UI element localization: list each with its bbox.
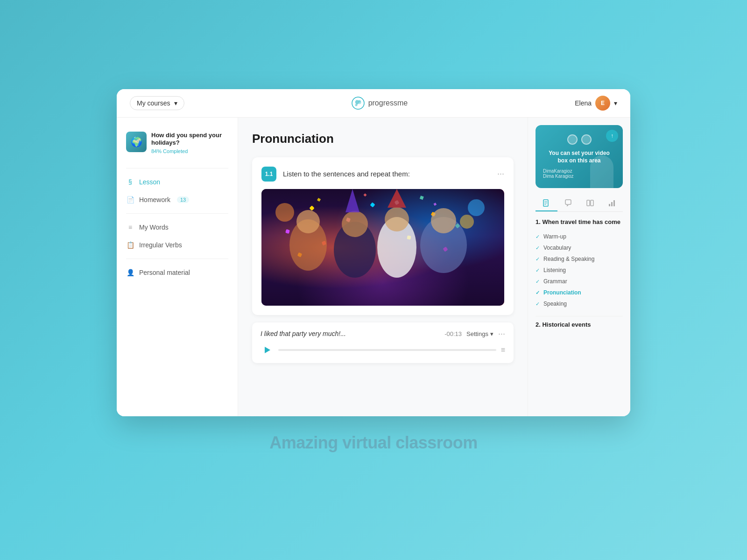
lesson-item-vocab[interactable]: ✓ Vocabulary bbox=[536, 242, 623, 253]
audio-progress-track[interactable] bbox=[278, 349, 496, 351]
exercise-instruction: Listen to the sentences and repeat them: bbox=[283, 170, 491, 178]
user-chevron-icon: ▾ bbox=[614, 99, 617, 107]
check-icon: ✓ bbox=[536, 290, 540, 296]
course-progress: 84% Completed bbox=[151, 148, 228, 154]
tab-doc[interactable] bbox=[536, 196, 557, 211]
personal-material-icon: 👤 bbox=[126, 268, 134, 277]
check-icon: ✓ bbox=[536, 267, 540, 273]
lesson-item-warmup[interactable]: ✓ Warm-up bbox=[536, 231, 623, 242]
irregular-verbs-icon: 📋 bbox=[126, 241, 134, 249]
tagline: Amazing virtual classroom bbox=[269, 433, 478, 453]
audio-more-button[interactable]: ··· bbox=[498, 329, 505, 339]
lesson-item-pronunciation[interactable]: ✓ Pronunciation bbox=[536, 287, 623, 298]
play-icon bbox=[263, 346, 271, 354]
check-icon: ✓ bbox=[536, 234, 540, 240]
course-info: 🌍 How did you spend your holidays? 84% C… bbox=[117, 127, 238, 164]
video-circles bbox=[543, 134, 615, 145]
sidebar-item-lesson[interactable]: § Lesson bbox=[117, 173, 238, 191]
my-words-icon: ≡ bbox=[126, 223, 134, 231]
homework-badge: 13 bbox=[177, 196, 189, 203]
play-button[interactable] bbox=[261, 343, 274, 357]
section1-title: 1. When travel time has come bbox=[536, 218, 623, 225]
lesson-label: Speaking bbox=[543, 301, 567, 307]
panel-tabs bbox=[536, 196, 623, 212]
lesson-label: Reading & Speaking bbox=[543, 256, 594, 262]
sidebar-divider bbox=[126, 168, 228, 168]
doc-icon bbox=[543, 199, 550, 207]
course-title: How did you spend your holidays? bbox=[151, 132, 228, 147]
svg-rect-16 bbox=[317, 197, 321, 201]
svg-point-8 bbox=[385, 207, 409, 231]
check-icon: ✓ bbox=[536, 256, 540, 262]
svg-point-6 bbox=[342, 211, 368, 237]
logo-icon bbox=[352, 97, 365, 110]
video-box-text: You can set your video box on this area bbox=[543, 149, 615, 165]
party-image-inner bbox=[261, 189, 504, 306]
audio-settings-button[interactable]: Settings ▾ bbox=[466, 330, 493, 337]
my-courses-button[interactable]: My courses ▾ bbox=[130, 96, 184, 110]
main-layout: 🌍 How did you spend your holidays? 84% C… bbox=[117, 118, 630, 416]
tab-chat[interactable] bbox=[557, 196, 579, 211]
sidebar-divider-2 bbox=[126, 213, 228, 214]
lesson-label-active: Pronunciation bbox=[543, 289, 581, 296]
sidebar-label-lesson: Lesson bbox=[139, 178, 160, 186]
lesson-label: Vocabulary bbox=[543, 245, 571, 251]
user-name: Elena bbox=[575, 99, 592, 107]
sidebar-label-homework: Homework bbox=[139, 196, 170, 203]
svg-rect-25 bbox=[587, 200, 590, 206]
svg-point-13 bbox=[275, 203, 294, 222]
audio-player: I liked that party very much!... -00:13 … bbox=[252, 322, 514, 363]
svg-point-2 bbox=[359, 100, 361, 102]
expand-button[interactable]: ↑ bbox=[606, 130, 618, 142]
video-user2: Dima Karagioz bbox=[543, 174, 615, 179]
svg-point-4 bbox=[296, 210, 320, 233]
lesson-icon: § bbox=[126, 178, 134, 186]
sidebar-item-personal-material[interactable]: 👤 Personal material bbox=[117, 264, 238, 281]
settings-chevron-icon: ▾ bbox=[490, 330, 493, 337]
party-image bbox=[261, 189, 504, 306]
svg-rect-18 bbox=[420, 196, 424, 200]
exercise-more-button[interactable]: ··· bbox=[497, 169, 504, 179]
chat-icon bbox=[564, 199, 572, 207]
lesson-item-reading[interactable]: ✓ Reading & Speaking bbox=[536, 253, 623, 265]
lesson-item-listening[interactable]: ✓ Listening bbox=[536, 265, 623, 276]
video-user1: DimaKaragioz bbox=[543, 168, 615, 174]
tab-stats[interactable] bbox=[601, 196, 623, 211]
chevron-down-icon: ▾ bbox=[174, 99, 177, 107]
svg-point-10 bbox=[431, 208, 456, 233]
tab-vocab[interactable] bbox=[579, 196, 601, 211]
vocab-icon bbox=[586, 199, 594, 207]
svg-marker-20 bbox=[265, 347, 270, 353]
section2-title: 2. Historical events bbox=[536, 316, 623, 328]
homework-icon: 📄 bbox=[126, 196, 134, 204]
avatar: E bbox=[595, 96, 610, 111]
sidebar-item-my-words[interactable]: ≡ My Words bbox=[117, 218, 238, 236]
audio-title: I liked that party very much!... bbox=[261, 330, 346, 337]
logo-area: progressme bbox=[352, 97, 408, 110]
check-icon: ✓ bbox=[536, 279, 540, 285]
svg-rect-19 bbox=[433, 203, 437, 206]
sidebar: 🌍 How did you spend your holidays? 84% C… bbox=[117, 118, 238, 416]
audio-time: -00:13 bbox=[444, 330, 462, 337]
transcript-icon: ≡ bbox=[501, 346, 505, 354]
svg-marker-11 bbox=[345, 189, 359, 212]
right-panel: ↑ You can set your video box on this are… bbox=[528, 118, 630, 416]
svg-rect-17 bbox=[363, 193, 366, 196]
svg-marker-12 bbox=[388, 189, 406, 208]
lesson-item-grammar[interactable]: ✓ Grammar bbox=[536, 276, 623, 287]
check-icon: ✓ bbox=[536, 301, 540, 307]
user-area[interactable]: Elena E ▾ bbox=[575, 96, 617, 111]
sidebar-item-irregular-verbs[interactable]: 📋 Irregular Verbs bbox=[117, 236, 238, 254]
svg-point-15 bbox=[460, 215, 474, 229]
content-area: Pronunciation 1.1 Listen to the sentence… bbox=[238, 118, 528, 416]
lesson-item-speaking[interactable]: ✓ Speaking bbox=[536, 298, 623, 309]
svg-point-1 bbox=[355, 104, 357, 106]
lesson-label: Grammar bbox=[543, 278, 567, 285]
top-bar: My courses ▾ progressme Elena E ▾ bbox=[117, 89, 630, 118]
lesson-label: Listening bbox=[543, 267, 566, 273]
sidebar-item-homework[interactable]: 📄 Homework 13 bbox=[117, 191, 238, 209]
lesson-title: Pronunciation bbox=[252, 132, 514, 146]
stats-icon bbox=[608, 199, 616, 207]
exercise-card: 1.1 Listen to the sentences and repeat t… bbox=[252, 157, 514, 315]
svg-rect-27 bbox=[609, 204, 610, 206]
